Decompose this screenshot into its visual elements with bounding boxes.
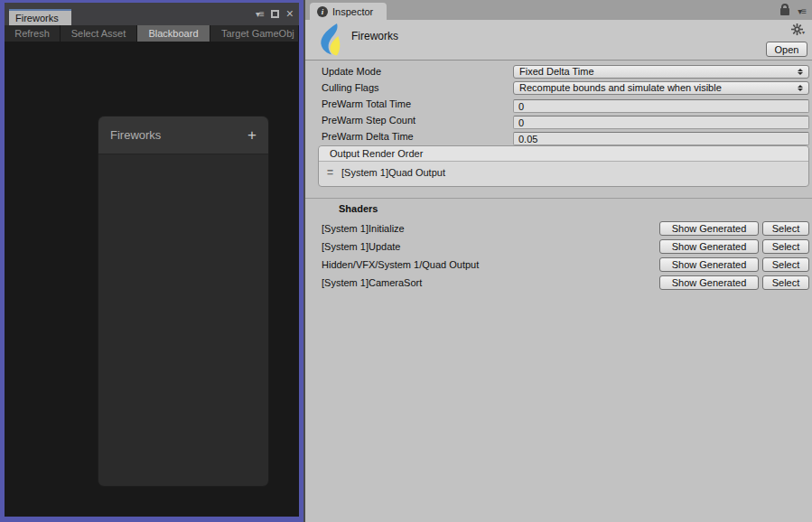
blackboard-title: Fireworks	[110, 128, 161, 142]
asset-title: Fireworks	[351, 30, 398, 42]
property-row-prewarm-delta-time: PreWarm Delta Time	[305, 128, 812, 144]
output-render-order-header: Output Render Order	[319, 146, 808, 162]
show-generated-button[interactable]: Show Generated	[659, 257, 759, 272]
inspector-body: Update Mode Fixed Delta Time Culling Fla…	[305, 61, 812, 292]
blackboard-toggle-button[interactable]: Blackboard	[137, 25, 210, 42]
select-asset-button[interactable]: Select Asset	[61, 25, 137, 42]
inspector-tab-bar: i Inspector ▾≡	[305, 0, 812, 20]
section-divider	[305, 198, 812, 199]
popup-arrows-icon	[798, 85, 803, 91]
prewarm-total-time-field[interactable]	[513, 99, 809, 113]
vfx-graph-window-inner: Fireworks ▾≡ × Refresh Select Asset Blac…	[5, 3, 299, 517]
close-icon[interactable]: ×	[286, 9, 294, 18]
property-label: Culling Flags	[322, 82, 513, 93]
refresh-button[interactable]: Refresh	[5, 25, 61, 42]
presets-gear-icon[interactable]: ▾	[791, 23, 805, 35]
property-row-prewarm-total-time: PreWarm Total Time	[305, 96, 812, 112]
graph-tab-title: Fireworks	[15, 13, 59, 23]
blackboard-panel: Fireworks +	[98, 116, 269, 487]
inspector-tab-controls: ▾≡	[780, 3, 806, 16]
graph-canvas[interactable]: Fireworks +	[5, 42, 299, 517]
shader-name: Hidden/VFX/System 1/Quad Output	[322, 259, 659, 270]
show-generated-button[interactable]: Show Generated	[659, 221, 759, 236]
open-button[interactable]: Open	[766, 42, 807, 57]
prewarm-delta-time-field[interactable]	[513, 132, 809, 145]
window-menu-icon[interactable]: ▾≡	[256, 9, 264, 19]
select-shader-button[interactable]: Select	[762, 239, 809, 254]
inspector-panel: i Inspector ▾≡ Fireworks	[303, 0, 812, 522]
show-generated-button[interactable]: Show Generated	[659, 275, 759, 290]
inspector-tab-title: Inspector	[332, 6, 373, 17]
shaders-section-header: Shaders	[339, 203, 812, 216]
graph-tab-bar: Fireworks ▾≡ ×	[5, 3, 299, 25]
tab-fireworks[interactable]: Fireworks	[9, 9, 71, 25]
info-icon: i	[317, 6, 328, 17]
gear-caret-icon: ▾	[802, 29, 805, 35]
property-label: PreWarm Step Count	[322, 115, 513, 126]
prewarm-step-count-field[interactable]	[513, 116, 809, 129]
culling-flags-dropdown[interactable]: Recompute bounds and simulate when visib…	[513, 81, 809, 95]
property-row-culling-flags: Culling Flags Recompute bounds and simul…	[305, 79, 812, 96]
target-gameobject-button[interactable]: Target GameObj	[210, 25, 299, 42]
select-shader-button[interactable]: Select	[762, 257, 809, 272]
blackboard-header[interactable]: Fireworks +	[98, 117, 268, 154]
shader-name: [System 1]Update	[322, 241, 659, 252]
shader-row: [System 1]Update Show Generated Select	[305, 238, 812, 256]
output-render-order-list: Output Render Order = [System 1]Quad Out…	[318, 145, 809, 187]
inspector-menu-icon[interactable]: ▾≡	[798, 6, 806, 16]
add-property-button[interactable]: +	[247, 126, 257, 144]
shader-row: [System 1]Initialize Show Generated Sele…	[305, 219, 812, 238]
output-render-order-item[interactable]: = [System 1]Quad Output	[319, 163, 808, 182]
update-mode-dropdown[interactable]: Fixed Delta Time	[513, 65, 809, 79]
vfx-asset-icon	[315, 23, 343, 61]
select-shader-button[interactable]: Select	[762, 275, 809, 290]
output-item-label: [System 1]Quad Output	[341, 167, 445, 178]
graph-toolbar: Refresh Select Asset Blackboard Target G…	[5, 25, 299, 42]
property-label: PreWarm Total Time	[322, 98, 513, 109]
shader-name: [System 1]Initialize	[322, 223, 659, 234]
property-label: PreWarm Delta Time	[322, 131, 513, 142]
shader-row: [System 1]CameraSort Show Generated Sele…	[305, 274, 812, 292]
tab-inspector[interactable]: i Inspector	[310, 3, 387, 20]
select-shader-button[interactable]: Select	[762, 221, 809, 236]
maximize-icon[interactable]	[271, 10, 279, 18]
graph-window-controls: ▾≡ ×	[256, 6, 294, 21]
show-generated-button[interactable]: Show Generated	[659, 239, 759, 254]
property-row-update-mode: Update Mode Fixed Delta Time	[305, 63, 812, 79]
vfx-graph-window: Fireworks ▾≡ × Refresh Select Asset Blac…	[0, 0, 303, 522]
shader-name: [System 1]CameraSort	[322, 277, 659, 288]
drag-handle-icon[interactable]: =	[327, 166, 333, 179]
lock-icon[interactable]	[780, 8, 789, 15]
popup-arrows-icon	[798, 69, 803, 75]
property-label: Update Mode	[322, 66, 513, 77]
shaders-list: [System 1]Initialize Show Generated Sele…	[305, 219, 812, 292]
shader-row: Hidden/VFX/System 1/Quad Output Show Gen…	[305, 256, 812, 274]
asset-header: Fireworks ▾ Open	[305, 20, 812, 61]
property-row-prewarm-step-count: PreWarm Step Count	[305, 112, 812, 128]
